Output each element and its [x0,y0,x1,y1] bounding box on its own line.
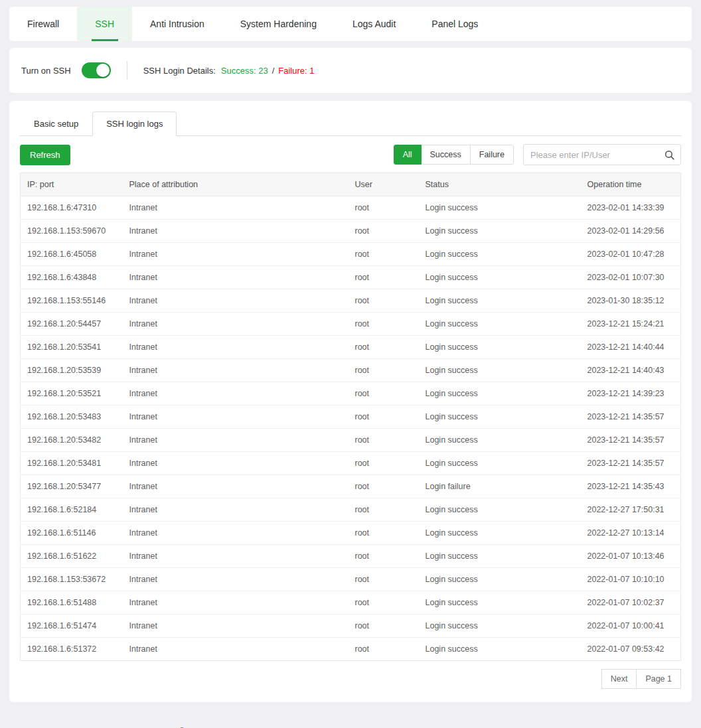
place-cell: Intranet [124,405,350,429]
ssh-success-count: Success: 23 [221,66,268,76]
status-cell: Login success [420,591,582,615]
time-cell: 2022-01-07 10:00:41 [582,615,681,638]
top-nav-tab-firewall[interactable]: Firewall [9,7,77,41]
top-nav-tab-logs-audit[interactable]: Logs Audit [335,7,414,41]
place-cell: Intranet [124,498,350,522]
user-cell: root [350,382,420,405]
toolbar-right: AllSuccessFailure [394,144,681,165]
place-cell: Intranet [124,522,350,545]
place-cell: Intranet [124,289,350,313]
column-header-operation-time: Operation time [582,173,681,196]
ip-port-cell: 192.168.1.153:59670 [21,220,124,243]
place-cell: Intranet [124,591,350,615]
table-row: 192.168.1.20:53483IntranetrootLogin succ… [21,405,681,429]
table-row: 192.168.1.6:51622IntranetrootLogin succe… [21,545,681,568]
footer: aaPanelLinux panel ©2014-2023 aaPanel (b… [0,702,701,728]
place-cell: Intranet [124,638,350,661]
status-cell: Login success [420,429,582,452]
table-row: 192.168.1.20:53482IntranetrootLogin succ… [21,429,681,452]
user-cell: root [350,196,420,220]
ip-port-cell: 192.168.1.6:51622 [21,545,124,568]
table-body: 192.168.1.6:47310IntranetrootLogin succe… [21,196,681,661]
place-cell: Intranet [124,336,350,359]
top-nav-tab-system-hardening[interactable]: System Hardening [222,7,335,41]
table-head: IP: portPlace of attributionUserStatusOp… [21,173,681,196]
time-cell: 2023-02-01 10:47:28 [582,243,681,266]
top-nav-tab-panel-logs[interactable]: Panel Logs [414,7,496,41]
status-cell: Login success [420,405,582,429]
status-cell: Login success [420,266,582,289]
ip-port-cell: 192.168.1.6:43848 [21,266,124,289]
current-page-button[interactable]: Page 1 [636,669,681,689]
status-cell: Login success [420,545,582,568]
user-cell: root [350,545,420,568]
time-cell: 2023-12-21 14:35:57 [582,452,681,475]
top-nav-tab-anti-intrusion[interactable]: Anti Intrusion [132,7,222,41]
table-row: 192.168.1.20:53481IntranetrootLogin succ… [21,452,681,475]
details-separator: / [272,66,275,76]
filter-button-success[interactable]: Success [421,145,471,165]
place-cell: Intranet [124,452,350,475]
status-cell: Login success [420,382,582,405]
time-cell: 2023-02-01 10:07:30 [582,266,681,289]
time-cell: 2023-12-21 14:39:23 [582,382,681,405]
ip-port-cell: 192.168.1.20:53521 [21,382,124,405]
ip-port-cell: 192.168.1.20:53483 [21,405,124,429]
vertical-divider [127,61,127,80]
table-row: 192.168.1.20:53477IntranetrootLogin fail… [21,475,681,498]
time-cell: 2023-02-01 14:29:56 [582,220,681,243]
table-row: 192.168.1.153:53672IntranetrootLogin suc… [21,568,681,591]
filter-button-failure[interactable]: Failure [470,145,514,165]
status-cell: Login success [420,498,582,522]
table-row: 192.168.1.6:45058IntranetrootLogin succe… [21,243,681,266]
time-cell: 2022-01-07 10:13:46 [582,545,681,568]
table-row: 192.168.1.6:47310IntranetrootLogin succe… [21,196,681,220]
ip-port-cell: 192.168.1.6:51488 [21,591,124,615]
place-cell: Intranet [124,196,350,220]
table-row: 192.168.1.6:52184IntranetrootLogin succe… [21,498,681,522]
status-cell: Login success [420,289,582,313]
place-cell: Intranet [124,545,350,568]
ssh-log-table: IP: portPlace of attributionUserStatusOp… [20,173,681,661]
time-cell: 2022-12-27 10:13:14 [582,522,681,545]
user-cell: root [350,266,420,289]
main-card: Basic setupSSH login logs Refresh AllSuc… [9,101,692,702]
ip-port-cell: 192.168.1.6:45058 [21,243,124,266]
table-row: 192.168.1.6:51474IntranetrootLogin succe… [21,615,681,638]
ssh-login-details-label: SSH Login Details: [143,66,216,76]
ssh-toggle[interactable] [82,62,111,78]
search-input[interactable] [523,144,681,165]
tab-basic-setup[interactable]: Basic setup [20,111,92,136]
place-cell: Intranet [124,429,350,452]
search-icon[interactable] [664,149,675,161]
time-cell: 2022-01-07 10:10:10 [582,568,681,591]
filter-button-all[interactable]: All [394,145,422,165]
tab-ssh-login-logs[interactable]: SSH login logs [92,111,177,136]
ip-port-cell: 192.168.1.6:51372 [21,638,124,661]
next-page-button[interactable]: Next [601,669,637,689]
place-cell: Intranet [124,266,350,289]
toggle-knob-icon [96,64,110,77]
user-cell: root [350,313,420,336]
user-cell: root [350,220,420,243]
top-nav-tab-ssh[interactable]: SSH [77,7,132,41]
user-cell: root [350,522,420,545]
ip-port-cell: 192.168.1.20:53482 [21,429,124,452]
table-header-row: IP: portPlace of attributionUserStatusOp… [21,173,681,196]
status-cell: Login failure [420,475,582,498]
user-cell: root [350,498,420,522]
ip-port-cell: 192.168.1.153:53672 [21,568,124,591]
time-cell: 2023-12-21 15:24:21 [582,313,681,336]
place-cell: Intranet [124,615,350,638]
table-row: 192.168.1.20:53539IntranetrootLogin succ… [21,359,681,382]
column-header-place-of-attribution: Place of attribution [124,173,350,196]
place-cell: Intranet [124,313,350,336]
refresh-button[interactable]: Refresh [20,145,70,165]
pagination: Next Page 1 [20,669,681,689]
ssh-toggle-label: Turn on SSH [21,66,71,76]
user-cell: root [350,452,420,475]
table-row: 192.168.1.6:51372IntranetrootLogin succe… [21,638,681,661]
user-cell: root [350,638,420,661]
ssh-status-bar: Turn on SSH SSH Login Details: Success: … [9,48,692,93]
user-cell: root [350,568,420,591]
